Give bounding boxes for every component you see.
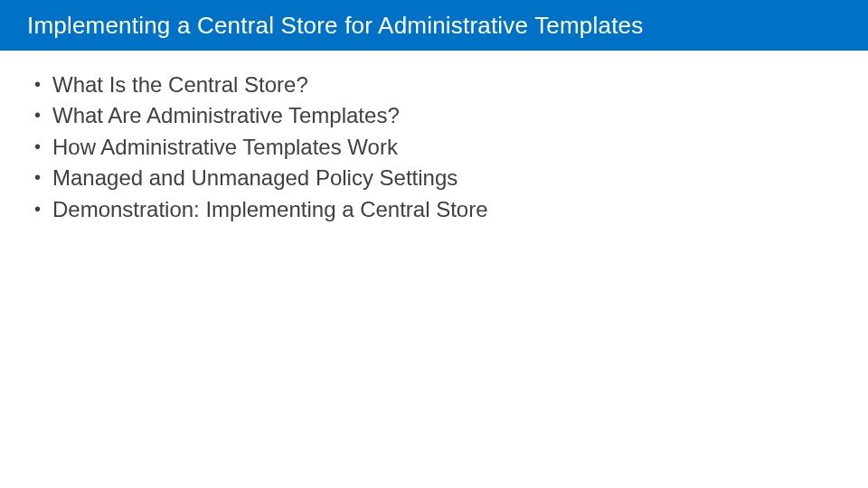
list-item: What Are Administrative Templates? [34,101,841,130]
bullet-text: What Are Administrative Templates? [52,103,400,127]
slide-body: What Is the Central Store? What Are Admi… [0,51,868,224]
list-item: Managed and Unmanaged Policy Settings [34,164,841,192]
bullet-text: Demonstration: Implementing a Central St… [52,197,488,221]
bullet-text: How Administrative Templates Work [52,135,398,159]
list-item: What Is the Central Store? [34,70,841,99]
bullet-text: Managed and Unmanaged Policy Settings [52,165,458,190]
bullet-text: What Is the Central Store? [52,72,308,97]
bullet-list: What Is the Central Store? What Are Admi… [34,70,841,224]
slide: Implementing a Central Store for Adminis… [0,0,868,488]
list-item: Demonstration: Implementing a Central St… [34,195,841,224]
slide-title: Implementing a Central Store for Adminis… [27,12,643,40]
list-item: How Administrative Templates Work [34,133,841,162]
title-bar: Implementing a Central Store for Adminis… [0,0,868,51]
